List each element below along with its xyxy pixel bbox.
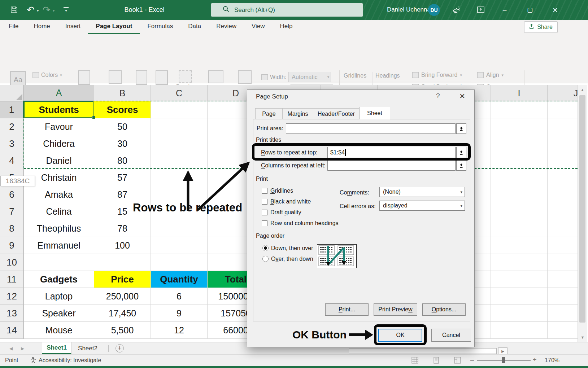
cell-I1[interactable] xyxy=(491,101,548,118)
cell-J11[interactable] xyxy=(548,271,578,288)
tab-home[interactable]: Home xyxy=(26,20,57,34)
row-header-9[interactable]: 9 xyxy=(0,237,24,254)
dialog-tab-sheet[interactable]: Sheet xyxy=(359,107,390,119)
h-scroll-right-icon[interactable]: ▶ xyxy=(498,347,508,355)
zoom-in-button[interactable]: + xyxy=(533,356,537,364)
dialog-tab-margins[interactable]: Margins xyxy=(282,108,313,119)
sheet-tab-sheet1[interactable]: Sheet1 xyxy=(42,342,71,354)
cell-I6[interactable] xyxy=(491,186,548,203)
cell-J7[interactable] xyxy=(548,203,578,220)
cell-A2[interactable]: Favour xyxy=(24,118,94,135)
cell-C10[interactable] xyxy=(151,254,208,271)
row-header-8[interactable]: 8 xyxy=(0,220,24,237)
cell-J13[interactable] xyxy=(548,305,578,322)
cell-J8[interactable] xyxy=(548,220,578,237)
zoom-level[interactable]: 170% xyxy=(540,357,559,364)
row-header-6[interactable]: 6 xyxy=(0,186,24,203)
row-header-1[interactable]: 1 xyxy=(0,101,24,118)
cell-B9[interactable]: 100 xyxy=(94,237,151,254)
row-header-3[interactable]: 3 xyxy=(0,135,24,152)
vertical-scrollbar[interactable]: ▲ ▼ xyxy=(578,85,587,342)
zoom-out-button[interactable]: – xyxy=(470,356,474,364)
column-header-A[interactable]: A xyxy=(24,85,94,101)
row-header-7[interactable]: 7 xyxy=(0,203,24,220)
cell-B2[interactable]: 50 xyxy=(94,118,151,135)
cell-A11[interactable]: Gadgets xyxy=(24,271,94,288)
page-break-preview-icon[interactable] xyxy=(454,357,461,365)
cell-C3[interactable] xyxy=(151,135,208,152)
undo-dropdown-icon[interactable]: ▾ xyxy=(37,9,39,13)
row-header-10[interactable]: 10 xyxy=(0,254,24,271)
feedback-megaphone-icon[interactable] xyxy=(452,5,461,15)
row-header-4[interactable]: 4 xyxy=(0,152,24,169)
tab-formulas[interactable]: Formulas xyxy=(140,20,180,34)
row-header-2[interactable]: 2 xyxy=(0,118,24,135)
tab-data[interactable]: Data xyxy=(180,20,209,34)
search-bar[interactable]: Search (Alt+Q) xyxy=(211,3,363,17)
scroll-down-icon[interactable]: ▼ xyxy=(578,333,587,342)
cell-J1[interactable] xyxy=(548,101,578,118)
cell-C11[interactable]: Quantity xyxy=(151,271,208,288)
save-icon[interactable] xyxy=(10,6,18,14)
user-name[interactable]: Daniel Uchenna xyxy=(387,6,431,13)
cell-B12[interactable]: 250,000 xyxy=(94,288,151,305)
tab-page-layout[interactable]: Page Layout xyxy=(88,20,140,34)
tab-help[interactable]: Help xyxy=(272,20,300,34)
cell-A4[interactable]: Daniel xyxy=(24,152,94,169)
undo-button[interactable]: ↶ xyxy=(27,4,35,16)
cell-B14[interactable]: 5,500 xyxy=(94,322,151,339)
cell-C13[interactable]: 9 xyxy=(151,305,208,322)
row-header-14[interactable]: 14 xyxy=(0,322,24,339)
dialog-help-icon[interactable]: ? xyxy=(436,92,440,100)
tab-insert[interactable]: Insert xyxy=(58,20,88,34)
sheet-nav-left-icon[interactable]: ◀ xyxy=(9,346,13,351)
zoom-slider-thumb[interactable] xyxy=(502,357,505,363)
cell-I10[interactable] xyxy=(491,254,548,271)
row-header-13[interactable]: 13 xyxy=(0,305,24,322)
cell-I5[interactable] xyxy=(491,169,548,186)
accessibility-status[interactable]: Accessibility: Investigate xyxy=(39,357,101,364)
cell-A12[interactable]: Laptop xyxy=(24,288,94,305)
cell-I4[interactable] xyxy=(491,152,548,169)
cell-B3[interactable]: 30 xyxy=(94,135,151,152)
cell-B11[interactable]: Price xyxy=(94,271,151,288)
redo-button[interactable]: ↷ xyxy=(43,4,51,16)
cell-J10[interactable] xyxy=(548,254,578,271)
share-button[interactable]: Share xyxy=(524,21,558,33)
minimize-button[interactable]: – xyxy=(496,0,514,20)
cell-I2[interactable] xyxy=(491,118,548,135)
cell-A3[interactable]: Chidera xyxy=(24,135,94,152)
cell-I12[interactable] xyxy=(491,288,548,305)
cell-B1[interactable]: Scores xyxy=(94,101,151,118)
cell-A10[interactable] xyxy=(24,254,94,271)
column-header-J[interactable]: J xyxy=(548,85,578,101)
cell-A9[interactable]: Emmanuel xyxy=(24,237,94,254)
cell-B10[interactable] xyxy=(94,254,151,271)
scroll-up-icon[interactable]: ▲ xyxy=(578,85,587,95)
cell-I11[interactable] xyxy=(491,271,548,288)
cell-C12[interactable]: 6 xyxy=(151,288,208,305)
cell-I9[interactable] xyxy=(491,237,548,254)
avatar[interactable]: DU xyxy=(428,4,440,16)
cell-I13[interactable] xyxy=(491,305,548,322)
ribbon-display-options-icon[interactable] xyxy=(476,5,485,14)
cell-I14[interactable] xyxy=(491,322,548,339)
fill-handle[interactable] xyxy=(92,116,95,119)
cell-J3[interactable] xyxy=(548,135,578,152)
cell-I8[interactable] xyxy=(491,220,548,237)
cell-I7[interactable] xyxy=(491,203,548,220)
cell-J2[interactable] xyxy=(548,118,578,135)
vertical-scroll-thumb[interactable] xyxy=(579,95,585,323)
normal-view-icon[interactable] xyxy=(411,357,418,365)
row-header-11[interactable]: 11 xyxy=(0,271,24,288)
cell-A13[interactable]: Speaker xyxy=(24,305,94,322)
cell-J12[interactable] xyxy=(548,288,578,305)
dialog-tab-page[interactable]: Page xyxy=(255,108,283,119)
tab-review[interactable]: Review xyxy=(209,20,244,34)
maximize-button[interactable]: ▢ xyxy=(521,0,539,20)
tab-file[interactable]: File xyxy=(0,20,26,34)
close-button[interactable]: × xyxy=(546,0,564,20)
cell-B8[interactable]: 78 xyxy=(94,220,151,237)
cell-A7[interactable]: Celina xyxy=(24,203,94,220)
row-header-12[interactable]: 12 xyxy=(0,288,24,305)
